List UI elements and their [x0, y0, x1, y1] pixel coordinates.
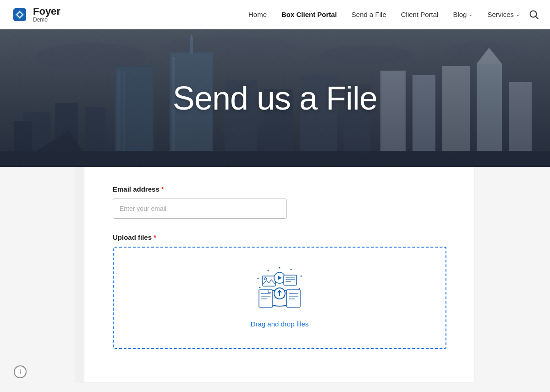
form-inner: Email address * Upload files * — [104, 185, 446, 349]
logo-text: Foyer Demo — [33, 6, 60, 23]
logo[interactable]: Foyer Demo — [11, 6, 60, 23]
svg-line-5 — [536, 16, 539, 19]
info-icon: i — [19, 368, 21, 375]
services-chevron-icon: ⌄ — [516, 11, 520, 17]
email-section: Email address * — [113, 185, 446, 219]
nav-item-send-a-file[interactable]: Send a File — [352, 11, 386, 19]
svg-point-61 — [259, 287, 261, 288]
nav-item-box-client-portal[interactable]: Box Client Portal — [281, 11, 337, 19]
search-icon — [529, 10, 539, 20]
nav-link-home[interactable]: Home — [248, 11, 267, 18]
svg-rect-47 — [286, 290, 300, 307]
upload-dropzone[interactable]: Drag and drop files — [113, 247, 446, 349]
upload-section: Upload files * — [113, 233, 446, 349]
email-label: Email address * — [113, 185, 446, 193]
svg-point-64 — [291, 269, 292, 271]
svg-point-62 — [299, 288, 300, 290]
svg-rect-51 — [263, 276, 275, 286]
hero-title: Send us a File — [173, 79, 377, 117]
info-button[interactable]: i — [14, 365, 27, 378]
logo-subtitle: Demo — [33, 17, 60, 23]
svg-point-59 — [258, 278, 259, 279]
blog-chevron-icon: ⌄ — [468, 11, 473, 17]
svg-point-60 — [301, 276, 302, 277]
drag-drop-text: Drag and drop files — [251, 320, 309, 328]
logo-title: Foyer — [33, 6, 60, 17]
nav-links: Home Box Client Portal Send a File Clien… — [248, 11, 520, 19]
nav-link-box-client-portal[interactable]: Box Client Portal — [281, 11, 337, 18]
hero-section: Send us a File — [0, 29, 550, 167]
upload-required-star: * — [154, 233, 156, 241]
nav-item-services[interactable]: Services ⌄ — [487, 11, 520, 18]
email-required-star: * — [161, 185, 164, 193]
nav-link-services[interactable]: Services ⌄ — [487, 11, 520, 18]
nav-item-client-portal[interactable]: Client Portal — [401, 11, 439, 19]
form-container: Email address * Upload files * — [76, 167, 474, 382]
nav-item-blog[interactable]: Blog ⌄ — [453, 11, 473, 18]
svg-rect-55 — [284, 275, 297, 285]
email-input[interactable] — [113, 199, 287, 219]
svg-point-63 — [268, 270, 269, 271]
nav-item-home[interactable]: Home — [248, 11, 267, 19]
nav-link-send-a-file[interactable]: Send a File — [352, 11, 386, 18]
svg-point-65 — [279, 267, 280, 269]
navbar: Foyer Demo Home Box Client Portal Send a… — [0, 0, 550, 29]
nav-link-blog[interactable]: Blog ⌄ — [453, 11, 473, 18]
logo-icon — [11, 6, 28, 23]
form-left-accent — [76, 167, 84, 382]
nav-link-client-portal[interactable]: Client Portal — [401, 11, 439, 18]
search-button[interactable] — [529, 10, 539, 20]
upload-label: Upload files * — [113, 233, 446, 241]
upload-illustration — [250, 262, 309, 313]
